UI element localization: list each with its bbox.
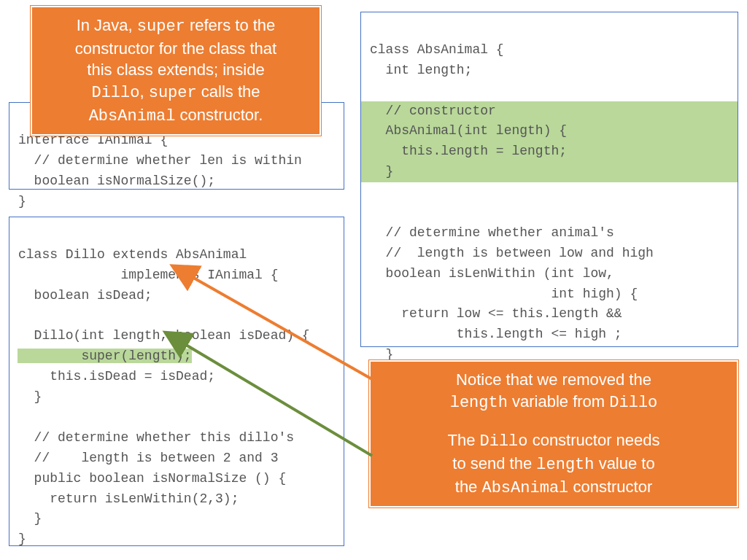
code-line: this.length = length; bbox=[370, 144, 567, 158]
code-line: // constructor bbox=[370, 104, 496, 118]
code-line: super(length); bbox=[18, 349, 192, 363]
code-line: class Dillo extends AbsAnimal bbox=[18, 247, 247, 262]
code-line: // length is between low and high bbox=[370, 246, 654, 260]
code-dillo: class Dillo extends AbsAnimal implements… bbox=[9, 217, 344, 546]
code-line: class AbsAnimal { bbox=[370, 42, 504, 57]
code-line: return isLenWithin(2,3); bbox=[18, 491, 239, 506]
code-line: // determine whether this dillo's bbox=[18, 430, 294, 445]
callout-length-removed: Notice that we removed the length variab… bbox=[369, 360, 738, 508]
code-line: } bbox=[370, 164, 393, 179]
callout-line: In Java, super refers to the bbox=[42, 15, 309, 38]
callout-spacer bbox=[381, 413, 727, 429]
code-absanimal: class AbsAnimal { int length; // constru… bbox=[360, 12, 738, 347]
code-line: interface IAnimal { // determine whether… bbox=[18, 133, 302, 168]
code-line: boolean isLenWithin (int low, bbox=[370, 266, 614, 281]
code-line: boolean isDead; bbox=[18, 288, 152, 303]
code-line: this.length <= high ; bbox=[370, 327, 622, 341]
callout-line: this class extends; inside bbox=[42, 59, 309, 81]
callout-line: Dillo, super calls the bbox=[42, 81, 309, 104]
code-line: } bbox=[18, 532, 26, 546]
code-line: boolean isNormalSize(); bbox=[18, 174, 215, 188]
code-line: } bbox=[18, 389, 42, 404]
highlight-super-call: super(length); bbox=[18, 349, 191, 363]
code-line: // determine whether animal's bbox=[370, 225, 614, 240]
callout-line: The Dillo constructor needs bbox=[381, 429, 727, 453]
code-line: this.isDead = isDead; bbox=[18, 369, 215, 384]
code-line: public boolean isNormalSize () { bbox=[18, 471, 286, 486]
callout-line: to send the length value to bbox=[381, 453, 727, 476]
code-line: } bbox=[18, 511, 42, 526]
highlight-constructor: // constructor AbsAnimal(int length) { t… bbox=[361, 101, 738, 183]
code-line: Dillo(int length, boolean isDead) { bbox=[18, 328, 310, 343]
code-line: AbsAnimal(int length) { bbox=[370, 123, 567, 138]
code-line: int length; bbox=[370, 63, 472, 77]
code-line: implements IAnimal { bbox=[18, 268, 278, 282]
code-line: } bbox=[18, 194, 26, 209]
callout-line: length variable from Dillo bbox=[381, 391, 727, 414]
code-line: int high) { bbox=[370, 287, 638, 301]
callout-line: AbsAnimal constructor. bbox=[42, 104, 309, 128]
code-line: return low <= this.length && bbox=[370, 306, 622, 321]
callout-line: Notice that we removed the bbox=[381, 369, 727, 391]
callout-line: constructor for the class that bbox=[42, 38, 309, 60]
code-line: // length is between 2 and 3 bbox=[18, 451, 278, 465]
callout-super-explanation: In Java, super refers to the constructor… bbox=[31, 6, 321, 136]
callout-line: the AbsAnimal constructor bbox=[381, 476, 727, 499]
